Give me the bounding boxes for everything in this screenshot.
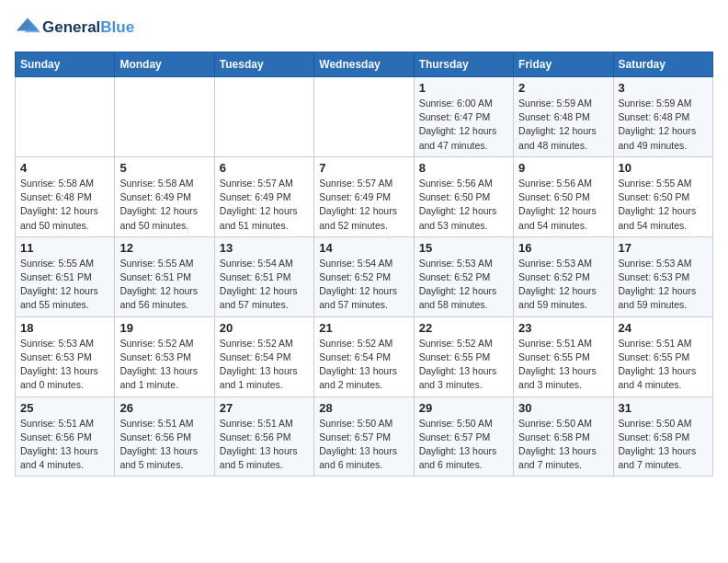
day-number: 27 xyxy=(220,401,309,415)
day-info: Sunrise: 5:52 AM Sunset: 6:53 PM Dayligh… xyxy=(119,337,209,393)
calendar-cell: 22Sunrise: 5:52 AM Sunset: 6:55 PM Dayli… xyxy=(414,316,513,396)
calendar-cell xyxy=(314,77,414,157)
day-number: 14 xyxy=(319,241,408,255)
day-info: Sunrise: 5:55 AM Sunset: 6:51 PM Dayligh… xyxy=(119,257,209,313)
day-info: Sunrise: 5:50 AM Sunset: 6:57 PM Dayligh… xyxy=(319,417,408,473)
day-info: Sunrise: 5:59 AM Sunset: 6:48 PM Dayligh… xyxy=(619,97,708,153)
day-number: 6 xyxy=(220,161,309,175)
day-number: 15 xyxy=(419,241,508,255)
calendar-cell: 26Sunrise: 5:51 AM Sunset: 6:56 PM Dayli… xyxy=(115,396,214,477)
day-number: 28 xyxy=(319,401,408,415)
calendar-cell: 17Sunrise: 5:53 AM Sunset: 6:53 PM Dayli… xyxy=(613,236,712,316)
day-number: 10 xyxy=(619,161,708,175)
weekday-header-cell: Tuesday xyxy=(214,52,313,77)
calendar-week-row: 4Sunrise: 5:58 AM Sunset: 6:48 PM Daylig… xyxy=(16,156,713,236)
day-number: 22 xyxy=(419,321,508,335)
day-number: 4 xyxy=(20,161,109,175)
calendar-week-row: 18Sunrise: 5:53 AM Sunset: 6:53 PM Dayli… xyxy=(16,316,713,396)
weekday-header-cell: Wednesday xyxy=(314,52,414,77)
calendar-cell: 6Sunrise: 5:57 AM Sunset: 6:49 PM Daylig… xyxy=(214,156,313,236)
logo-icon xyxy=(15,15,40,40)
day-number: 1 xyxy=(419,81,508,95)
calendar-cell: 16Sunrise: 5:53 AM Sunset: 6:52 PM Dayli… xyxy=(514,236,613,316)
day-info: Sunrise: 5:55 AM Sunset: 6:50 PM Dayligh… xyxy=(619,177,708,233)
day-number: 23 xyxy=(518,321,608,335)
day-info: Sunrise: 5:52 AM Sunset: 6:54 PM Dayligh… xyxy=(319,337,408,393)
calendar-cell: 15Sunrise: 5:53 AM Sunset: 6:52 PM Dayli… xyxy=(414,236,513,316)
calendar-cell: 30Sunrise: 5:50 AM Sunset: 6:58 PM Dayli… xyxy=(514,396,613,477)
weekday-header-row: SundayMondayTuesdayWednesdayThursdayFrid… xyxy=(16,52,713,77)
calendar-cell: 2Sunrise: 5:59 AM Sunset: 6:48 PM Daylig… xyxy=(514,77,613,157)
calendar-cell: 29Sunrise: 5:50 AM Sunset: 6:57 PM Dayli… xyxy=(414,396,513,477)
calendar-cell: 1Sunrise: 6:00 AM Sunset: 6:47 PM Daylig… xyxy=(414,77,513,157)
day-number: 19 xyxy=(119,321,209,335)
day-info: Sunrise: 5:56 AM Sunset: 6:50 PM Dayligh… xyxy=(419,177,508,233)
calendar-cell: 21Sunrise: 5:52 AM Sunset: 6:54 PM Dayli… xyxy=(314,316,414,396)
day-info: Sunrise: 5:50 AM Sunset: 6:58 PM Dayligh… xyxy=(518,417,608,473)
calendar-cell: 5Sunrise: 5:58 AM Sunset: 6:49 PM Daylig… xyxy=(115,156,214,236)
day-number: 24 xyxy=(619,321,708,335)
day-number: 16 xyxy=(518,241,608,255)
calendar-cell: 28Sunrise: 5:50 AM Sunset: 6:57 PM Dayli… xyxy=(314,396,414,477)
day-info: Sunrise: 5:57 AM Sunset: 6:49 PM Dayligh… xyxy=(319,177,408,233)
day-info: Sunrise: 5:55 AM Sunset: 6:51 PM Dayligh… xyxy=(20,257,109,313)
calendar-cell: 19Sunrise: 5:52 AM Sunset: 6:53 PM Dayli… xyxy=(115,316,214,396)
calendar-cell: 13Sunrise: 5:54 AM Sunset: 6:51 PM Dayli… xyxy=(214,236,313,316)
day-info: Sunrise: 5:51 AM Sunset: 6:55 PM Dayligh… xyxy=(518,337,608,393)
calendar-cell: 27Sunrise: 5:51 AM Sunset: 6:56 PM Dayli… xyxy=(214,396,313,477)
day-number: 2 xyxy=(518,81,608,95)
day-number: 18 xyxy=(20,321,109,335)
day-info: Sunrise: 5:54 AM Sunset: 6:52 PM Dayligh… xyxy=(319,257,408,313)
day-info: Sunrise: 6:00 AM Sunset: 6:47 PM Dayligh… xyxy=(419,97,508,153)
day-number: 8 xyxy=(419,161,508,175)
day-number: 13 xyxy=(220,241,309,255)
day-info: Sunrise: 5:56 AM Sunset: 6:50 PM Dayligh… xyxy=(518,177,608,233)
weekday-header-cell: Saturday xyxy=(613,52,712,77)
day-info: Sunrise: 5:57 AM Sunset: 6:49 PM Dayligh… xyxy=(220,177,309,233)
day-number: 9 xyxy=(518,161,608,175)
day-number: 3 xyxy=(619,81,708,95)
day-info: Sunrise: 5:52 AM Sunset: 6:55 PM Dayligh… xyxy=(419,337,508,393)
calendar-cell: 7Sunrise: 5:57 AM Sunset: 6:49 PM Daylig… xyxy=(314,156,414,236)
calendar-cell: 9Sunrise: 5:56 AM Sunset: 6:50 PM Daylig… xyxy=(514,156,613,236)
calendar-cell: 31Sunrise: 5:50 AM Sunset: 6:58 PM Dayli… xyxy=(613,396,712,477)
day-number: 5 xyxy=(119,161,209,175)
day-info: Sunrise: 5:54 AM Sunset: 6:51 PM Dayligh… xyxy=(220,257,309,313)
calendar-cell: 20Sunrise: 5:52 AM Sunset: 6:54 PM Dayli… xyxy=(214,316,313,396)
calendar-cell: 12Sunrise: 5:55 AM Sunset: 6:51 PM Dayli… xyxy=(115,236,214,316)
day-info: Sunrise: 5:52 AM Sunset: 6:54 PM Dayligh… xyxy=(220,337,309,393)
weekday-header-cell: Friday xyxy=(514,52,613,77)
day-info: Sunrise: 5:51 AM Sunset: 6:56 PM Dayligh… xyxy=(119,417,209,473)
day-number: 21 xyxy=(319,321,408,335)
calendar-cell: 10Sunrise: 5:55 AM Sunset: 6:50 PM Dayli… xyxy=(613,156,712,236)
calendar-cell: 11Sunrise: 5:55 AM Sunset: 6:51 PM Dayli… xyxy=(16,236,115,316)
page-header: GeneralBlue xyxy=(15,15,713,40)
day-info: Sunrise: 5:50 AM Sunset: 6:58 PM Dayligh… xyxy=(619,417,708,473)
calendar-cell: 25Sunrise: 5:51 AM Sunset: 6:56 PM Dayli… xyxy=(16,396,115,477)
calendar-cell xyxy=(16,77,115,157)
day-info: Sunrise: 5:53 AM Sunset: 6:53 PM Dayligh… xyxy=(20,337,109,393)
calendar-cell xyxy=(214,77,313,157)
day-number: 7 xyxy=(319,161,408,175)
day-info: Sunrise: 5:59 AM Sunset: 6:48 PM Dayligh… xyxy=(518,97,608,153)
day-info: Sunrise: 5:53 AM Sunset: 6:53 PM Dayligh… xyxy=(619,257,708,313)
day-info: Sunrise: 5:58 AM Sunset: 6:48 PM Dayligh… xyxy=(20,177,109,233)
calendar-cell: 18Sunrise: 5:53 AM Sunset: 6:53 PM Dayli… xyxy=(16,316,115,396)
day-info: Sunrise: 5:53 AM Sunset: 6:52 PM Dayligh… xyxy=(518,257,608,313)
day-number: 31 xyxy=(619,401,708,415)
calendar-cell: 23Sunrise: 5:51 AM Sunset: 6:55 PM Dayli… xyxy=(514,316,613,396)
weekday-header-cell: Sunday xyxy=(16,52,115,77)
day-number: 29 xyxy=(419,401,508,415)
day-number: 26 xyxy=(119,401,209,415)
day-info: Sunrise: 5:51 AM Sunset: 6:56 PM Dayligh… xyxy=(220,417,309,473)
calendar-cell: 4Sunrise: 5:58 AM Sunset: 6:48 PM Daylig… xyxy=(16,156,115,236)
day-number: 30 xyxy=(518,401,608,415)
calendar-body: 1Sunrise: 6:00 AM Sunset: 6:47 PM Daylig… xyxy=(16,77,713,477)
day-info: Sunrise: 5:53 AM Sunset: 6:52 PM Dayligh… xyxy=(419,257,508,313)
weekday-header-cell: Thursday xyxy=(414,52,513,77)
day-number: 12 xyxy=(119,241,209,255)
day-number: 25 xyxy=(20,401,109,415)
calendar-cell: 8Sunrise: 5:56 AM Sunset: 6:50 PM Daylig… xyxy=(414,156,513,236)
calendar-cell: 3Sunrise: 5:59 AM Sunset: 6:48 PM Daylig… xyxy=(613,77,712,157)
day-info: Sunrise: 5:51 AM Sunset: 6:55 PM Dayligh… xyxy=(619,337,708,393)
